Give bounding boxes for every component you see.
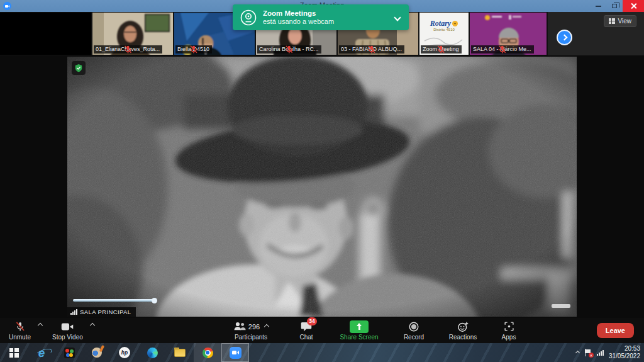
toast-title: Zoom Meetings xyxy=(263,9,395,17)
tray-date: 31/05/2022 xyxy=(609,353,640,361)
view-label: View xyxy=(618,18,632,25)
webcam-icon xyxy=(240,9,257,26)
paint3d-icon xyxy=(92,348,102,358)
participants-count: 296 xyxy=(248,323,260,331)
apps-label: Apps xyxy=(502,334,516,341)
muted-mic-icon xyxy=(471,45,534,54)
reactions-button[interactable]: Reactions xyxy=(444,318,482,343)
edge-icon xyxy=(147,348,158,358)
share-screen-button[interactable]: Share Screen xyxy=(335,318,384,343)
control-toolbar: Unmute Stop Video xyxy=(0,318,644,343)
unmute-options-chevron[interactable] xyxy=(38,323,43,328)
participants-button[interactable]: 296 Participants xyxy=(224,318,278,343)
webcam-toast[interactable]: Zoom Meetings está usando a webcam xyxy=(233,4,409,30)
participant-nametag: Biella D4510 xyxy=(175,45,212,54)
taskbar-chrome[interactable] xyxy=(194,343,221,362)
filmstrip-overflow-area: View xyxy=(548,12,644,55)
stop-video-label: Stop Video xyxy=(52,334,83,341)
camera-icon xyxy=(61,322,74,332)
muted-mic-icon xyxy=(257,45,321,54)
taskbar-zoom[interactable] xyxy=(221,343,249,362)
room-name-badge: SALA PRINCIPAL xyxy=(67,307,136,317)
taskbar: e hp ✕ 20:53 31/05/2022 xyxy=(0,343,644,362)
tray-show-hidden-chevron[interactable] xyxy=(575,350,580,354)
reactions-label: Reactions xyxy=(449,334,477,341)
file-explorer-icon xyxy=(174,349,186,357)
participant-nametag: Zoom Meeting xyxy=(421,45,462,54)
record-label: Record xyxy=(404,334,424,341)
view-button[interactable]: View xyxy=(604,15,637,27)
toast-dismiss-chevron[interactable] xyxy=(394,14,401,21)
scrubber-handle xyxy=(152,298,157,303)
muted-mic-icon xyxy=(339,45,404,54)
mic-muted-icon xyxy=(14,321,26,332)
film-frame xyxy=(67,57,577,317)
muted-mic-icon xyxy=(94,45,162,54)
next-videos-button[interactable] xyxy=(557,30,572,45)
start-button[interactable] xyxy=(0,343,28,362)
tray-clock[interactable]: 20:53 31/05/2022 xyxy=(609,345,640,361)
minimize-icon xyxy=(596,6,601,7)
thumbnail-eliana[interactable]: 01_ElianaChaves_Rota... xyxy=(92,13,173,55)
grid-view-icon xyxy=(609,18,615,24)
tray-time: 20:53 xyxy=(609,345,640,353)
thumbnail-rotary-card[interactable]: Rotary Distrito 4510 Zoom Meeting xyxy=(419,13,469,55)
participant-nametag: Carolina Bonilha - RC... xyxy=(257,45,321,54)
taskbar-edge[interactable] xyxy=(138,343,166,362)
taskbar-file-explorer[interactable] xyxy=(166,343,194,362)
restore-icon xyxy=(612,4,617,8)
participants-chevron[interactable] xyxy=(264,324,269,329)
record-button[interactable]: Record xyxy=(399,318,429,343)
network-icon[interactable] xyxy=(597,350,604,356)
minimize-button[interactable] xyxy=(590,0,606,12)
thumbnail-marcio[interactable]: SALA 04 - Márcio Me... xyxy=(470,13,547,55)
share-screen-label: Share Screen xyxy=(340,334,378,341)
unmute-button[interactable]: Unmute xyxy=(9,318,31,343)
toast-message: está usando a webcam xyxy=(263,18,395,25)
share-screen-icon xyxy=(350,320,369,333)
encryption-badge[interactable] xyxy=(72,61,86,75)
shield-check-icon xyxy=(74,64,83,72)
video-options-chevron[interactable] xyxy=(90,323,95,328)
reactions-icon xyxy=(457,321,469,332)
signal-bars-icon xyxy=(70,309,77,315)
participant-nametag: 03 - FABIANO ALBUQ... xyxy=(339,45,404,54)
screen: Zoom Meeting 01_El xyxy=(0,0,644,362)
chrome-icon xyxy=(203,348,213,358)
taskbar-photos-app[interactable] xyxy=(55,343,83,362)
film-artifact xyxy=(552,304,570,308)
chat-label: Chat xyxy=(299,334,313,341)
chevron-right-icon xyxy=(562,34,568,40)
internet-explorer-icon: e xyxy=(38,347,45,359)
apps-button[interactable]: Apps xyxy=(497,318,521,343)
chat-button[interactable]: 34 Chat xyxy=(293,318,319,343)
participants-icon xyxy=(233,322,246,331)
taskbar-hp[interactable]: hp xyxy=(111,343,138,362)
windows-icon xyxy=(9,348,19,358)
taskbar-internet-explorer[interactable]: e xyxy=(28,343,55,362)
unmute-label: Unmute xyxy=(9,334,31,341)
leave-button[interactable]: Leave xyxy=(597,323,634,338)
shared-video: SALA PRINCIPAL xyxy=(67,57,577,317)
photos-app-icon xyxy=(64,348,75,358)
video-scrubber xyxy=(73,299,155,302)
restore-button[interactable] xyxy=(606,0,623,12)
taskbar-paint3d[interactable] xyxy=(83,343,111,362)
close-button[interactable] xyxy=(623,0,644,12)
participant-nametag: 01_ElianaChaves_Rota... xyxy=(94,45,162,54)
participants-label: Participants xyxy=(235,334,267,341)
chat-badge: 34 xyxy=(307,317,317,325)
video-stage: SALA PRINCIPAL xyxy=(0,55,644,318)
stop-video-button[interactable]: Stop Video xyxy=(52,318,83,343)
participant-nametag: SALA 04 - Márcio Me... xyxy=(471,45,534,54)
muted-mic-icon xyxy=(421,45,462,54)
muted-mic-icon xyxy=(175,45,212,54)
hp-icon: hp xyxy=(119,347,130,358)
zoom-taskbar-icon xyxy=(230,347,242,359)
thumbnail-video-off[interactable] xyxy=(0,13,91,55)
action-center-flag-icon[interactable]: ✕ xyxy=(584,349,592,356)
apps-icon xyxy=(504,321,514,332)
record-icon xyxy=(408,321,419,332)
room-name: SALA PRINCIPAL xyxy=(80,308,131,315)
close-icon xyxy=(631,3,636,9)
